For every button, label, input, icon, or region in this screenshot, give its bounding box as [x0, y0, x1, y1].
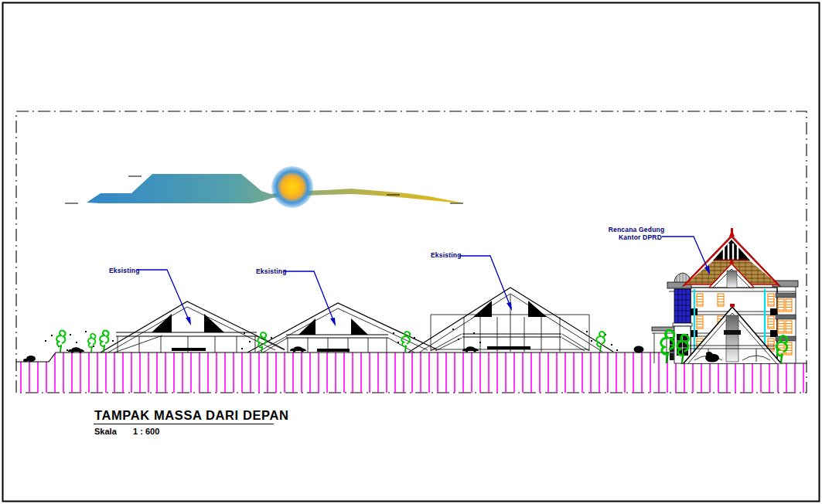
- label-existing-1: Eksisting: [109, 267, 140, 274]
- drawing-title: TAMPAK MASSA DARI DEPAN: [94, 408, 289, 422]
- elevation-drawing-sheet: Eksisting Eksisting Eksisting Rencana Ge…: [0, 0, 822, 504]
- scale-label: Skala: [94, 427, 118, 436]
- label-existing-2: Eksisting: [256, 267, 287, 275]
- sheet-outer-border: [3, 3, 820, 502]
- scale-value: 1 : 600: [133, 427, 159, 436]
- label-planned-line2: Kantor DPRD: [619, 233, 662, 241]
- drawing-canvas: Eksisting Eksisting Eksisting Rencana Ge…: [0, 0, 822, 504]
- sun: [271, 166, 313, 208]
- label-existing-3: Eksisting: [431, 251, 462, 259]
- label-planned-line1: Rencana Gedung: [609, 226, 665, 233]
